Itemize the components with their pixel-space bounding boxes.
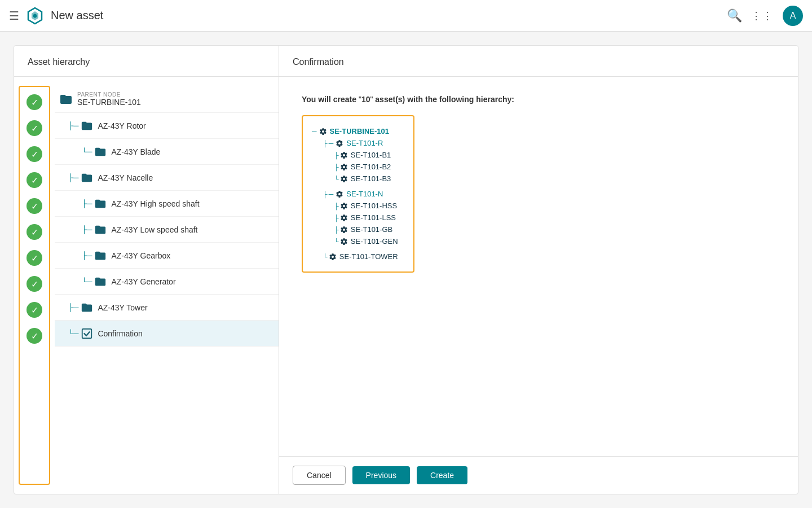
menu-icon[interactable]: ☰ [9,9,19,23]
main-container: Asset hierarchy ✓ ✓ ✓ ✓ [0,32,812,508]
checks-column: ✓ ✓ ✓ ✓ ✓ ✓ [19,86,50,485]
preview-label-turbine: SE-TURBINE-101 [330,127,389,135]
check-item-0: ✓ [24,89,45,115]
right-panel-content: You will create "10" asset(s) with the f… [279,77,798,456]
right-panel-footer: Cancel Previous Create [279,456,798,494]
check-circle-7: ✓ [27,276,42,292]
gear-icon-n [336,190,343,198]
preview-label-r: SE-T101-R [346,139,383,147]
confirmation-message: You will create "10" asset(s) with the f… [302,95,775,104]
check-item-1: ✓ [24,115,45,141]
check-circle-8: ✓ [27,302,42,318]
folder-icon-tower [81,301,93,314]
svg-rect-3 [82,329,92,338]
tree-item-rotor[interactable]: ├─ AZ-43Y Rotor [55,113,279,139]
preview-item-b1: ├ SE-T101-B1 [312,149,404,161]
folder-icon-lss [94,224,107,236]
right-panel: Confirmation You will create "10" asset(… [279,46,798,494]
check-circle-3: ✓ [27,172,42,188]
folder-icon-gearbox [94,249,107,262]
gear-icon-gb [340,226,348,234]
right-panel-title: Confirmation [279,46,798,77]
check-item-5: ✓ [24,219,45,245]
folder-icon-blade [94,146,107,158]
preview-item-n: ├ ─ SE-T101-N [312,188,404,200]
preview-label-lss: SE-T101-LSS [351,213,396,222]
preview-label-hss: SE-T101-HSS [351,202,397,210]
connector-n: ├ [323,191,328,198]
check-circle-6: ✓ [27,250,42,266]
asset-count: 10 [361,95,370,104]
gear-icon-b2 [340,163,348,171]
item-label-gearbox: AZ-43Y Gearbox [111,251,170,260]
tree-item-tower[interactable]: ├─ AZ-43Y Tower [55,295,279,321]
check-item-3: ✓ [24,167,45,193]
collapse-icon-r[interactable]: ─ [329,139,334,147]
header: ☰ New asset 🔍 ⋮⋮ A [0,0,812,32]
tree-item-confirmation[interactable]: └─ Confirmation [55,321,279,347]
gear-icon-b3 [340,175,348,183]
previous-button[interactable]: Previous [352,466,410,484]
preview-item-b2: ├ SE-T101-B2 [312,161,404,173]
check-circle-5: ✓ [27,224,42,240]
collapse-icon-turbine[interactable]: ─ [312,128,317,135]
check-item-2: ✓ [24,141,45,167]
connector-b1: ├ [334,152,339,159]
parent-node-name: SE-TURBINE-101 [77,98,141,107]
preview-item-gen: └ SE-T101-GEN [312,235,404,247]
preview-label-gen: SE-T101-GEN [351,237,398,246]
preview-item-turbine: ─ SE-TURBINE-101 [312,125,404,137]
tree-item-gearbox[interactable]: ├─ AZ-43Y Gearbox [55,243,279,269]
gear-icon-r [336,139,343,147]
item-label-tower: AZ-43Y Tower [98,303,147,312]
tree-item-blade[interactable]: └─ AZ-43Y Blade [55,139,279,165]
left-panel: Asset hierarchy ✓ ✓ ✓ ✓ [14,46,279,494]
item-label-generator: AZ-43Y Generator [111,277,175,286]
parent-node-label: PARENT NODE [77,91,141,98]
check-circle-0: ✓ [27,94,42,110]
item-label-confirmation: Confirmation [98,329,142,338]
connector-b3: └ [334,176,339,182]
check-item-6: ✓ [24,245,45,271]
connector-lss: ├ [334,214,339,221]
tree-item-nacelle[interactable]: ├─ AZ-43Y Nacelle [55,165,279,191]
preview-item-tower: └ SE-T101-TOWER [312,251,404,262]
tree-item-generator[interactable]: └─ AZ-43Y Generator [55,269,279,295]
app-logo [26,7,44,25]
preview-label-tower: SE-T101-TOWER [339,252,398,261]
cancel-button[interactable]: Cancel [293,466,346,485]
tree-item-lss[interactable]: ├─ AZ-43Y Low speed shaft [55,217,279,243]
check-circle-2: ✓ [27,146,42,162]
folder-icon-hss [94,198,107,210]
connector-gen: └ [334,238,339,245]
check-circle-9: ✓ [27,328,42,344]
search-icon[interactable]: 🔍 [727,8,742,23]
connector-b2: ├ [334,164,339,170]
connector-r: ├ [323,140,328,147]
preview-label-b2: SE-T101-B2 [351,163,391,171]
gear-icon-lss [340,214,348,222]
preview-label-b3: SE-T101-B3 [351,174,391,183]
gear-icon-b1 [340,151,348,159]
message-prefix: You will create [302,95,359,104]
preview-item-b3: └ SE-T101-B3 [312,173,404,185]
collapse-icon-n[interactable]: ─ [329,190,334,198]
create-button[interactable]: Create [417,466,467,484]
check-circle-4: ✓ [27,198,42,214]
grid-icon[interactable]: ⋮⋮ [751,10,774,22]
folder-icon-generator [94,275,107,288]
check-item-8: ✓ [24,297,45,323]
asset-tree-preview: ─ SE-TURBINE-101 ├ ─ SE-T101-R [302,115,414,273]
message-suffix: asset(s) with the following hierarchy: [373,95,514,104]
preview-label-b1: SE-T101-B1 [351,151,391,159]
gear-icon-turbine [319,128,327,135]
avatar[interactable]: A [783,6,803,26]
gear-icon-gen [340,238,348,246]
parent-node-text: PARENT NODE SE-TURBINE-101 [77,91,141,107]
page-title: New asset [51,9,103,22]
tree-item-parent[interactable]: PARENT NODE SE-TURBINE-101 [55,86,279,113]
preview-item-hss: ├ SE-T101-HSS [312,200,404,212]
tree-item-hss[interactable]: ├─ AZ-43Y High speed shaft [55,191,279,217]
preview-item-lss: ├ SE-T101-LSS [312,212,404,224]
hierarchy-list: ✓ ✓ ✓ ✓ ✓ ✓ [14,77,279,494]
